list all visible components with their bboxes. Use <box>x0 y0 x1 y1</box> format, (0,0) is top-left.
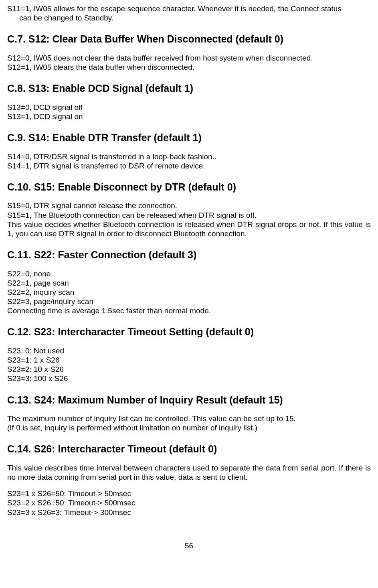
c11-line3: S22=2, inquiry scan <box>7 288 371 297</box>
intro-line1: S11=1, IW05 allows for the escape sequen… <box>7 4 342 13</box>
intro-line2: can be changed to Standby. <box>7 13 113 22</box>
page-number: 56 <box>7 541 371 550</box>
section-c12-body: S23=0: Not used S23=1: 1 x S26 S23=2: 10… <box>7 346 371 383</box>
heading-c11: C.11. S22: Faster Connection (default 3) <box>7 249 371 261</box>
c12-line2: S23=1: 1 x S26 <box>7 355 371 365</box>
c13-line1: The maximum number of inquiry list can b… <box>7 414 371 423</box>
section-c11-body: S22=0, none S22=1, page scan S22=2, inqu… <box>7 269 371 316</box>
c7-line2: S12=1, IW05 clears the data buffer when … <box>7 63 371 72</box>
c10-line3: This value decides whether Bluetooth con… <box>7 220 371 238</box>
c11-line5: Connecting time is average 1.5sec faster… <box>7 306 371 315</box>
section-c9-body: S14=0, DTR/DSR signal is transferred in … <box>7 152 371 170</box>
heading-c14: C.14. S26: Intercharacter Timeout (defau… <box>7 443 371 455</box>
c10-line2: S15=1, The Bluetooth connection can be r… <box>7 211 371 220</box>
heading-c13: C.13. S24: Maximum Number of Inquiry Res… <box>7 394 371 406</box>
c12-line3: S23=2: 10 x S26 <box>7 365 371 374</box>
c12-line1: S23=0: Not used <box>7 346 371 355</box>
c12-line4: S23=3: 100 x S26 <box>7 374 371 383</box>
c14-line2: S23=1 x S26=50: Timeout-> 50msec <box>7 489 371 498</box>
c11-line2: S22=1, page scan <box>7 278 371 288</box>
c11-line4: S22=3, page/inquiry scan <box>7 297 371 306</box>
heading-c7: C.7. S12: Clear Data Buffer When Disconn… <box>7 33 371 45</box>
c7-line1: S12=0, IW05 does not clear the data buff… <box>7 53 371 63</box>
heading-c12: C.12. S23: Intercharacter Timeout Settin… <box>7 326 371 338</box>
c9-line1: S14=0, DTR/DSR signal is transferred in … <box>7 152 371 161</box>
c11-line1: S22=0, none <box>7 269 371 278</box>
c14-line3: S23=2 x S26=50: Timeout-> 500msec <box>7 498 371 507</box>
c9-line2: S14=1, DTR signal is transferred to DSR … <box>7 161 371 170</box>
heading-c9: C.9. S14: Enable DTR Transfer (default 1… <box>7 132 371 144</box>
c13-line2: (If 0 is set, inquiry is performed witho… <box>7 423 371 432</box>
section-c7-body: S12=0, IW05 does not clear the data buff… <box>7 53 371 72</box>
c10-line1: S15=0, DTR signal cannot release the con… <box>7 201 371 210</box>
heading-c8: C.8. S13: Enable DCD Signal (default 1) <box>7 82 371 95</box>
section-c8-body: S13=0, DCD signal off S13=1, DCD signal … <box>7 103 371 121</box>
c14-line4: S23=3 x S26=3: Timeout-> 300msec <box>7 508 371 517</box>
section-c14-body: This value describes time interval betwe… <box>7 463 371 517</box>
section-c10-body: S15=0, DTR signal cannot release the con… <box>7 201 371 238</box>
c8-line2: S13=1, DCD signal on <box>7 112 371 121</box>
intro-paragraph: S11=1, IW05 allows for the escape sequen… <box>7 4 371 22</box>
section-c13-body: The maximum number of inquiry list can b… <box>7 414 371 432</box>
c8-line1: S13=0, DCD signal off <box>7 103 371 112</box>
heading-c10: C.10. S15: Enable Disconnect by DTR (def… <box>7 181 371 193</box>
c14-line1: This value describes time interval betwe… <box>7 463 371 482</box>
